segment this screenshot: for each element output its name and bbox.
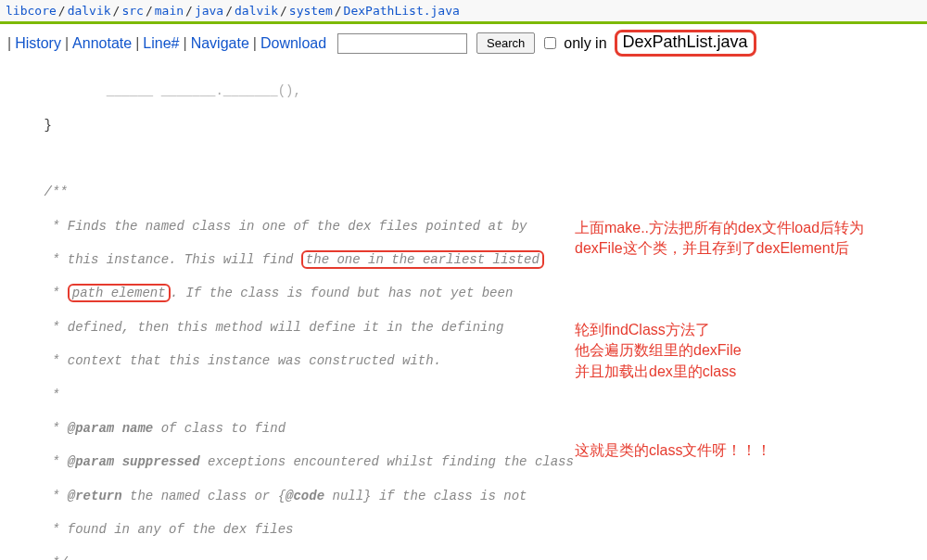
navigate-link[interactable]: Navigate — [191, 35, 249, 52]
only-in-label: only in — [564, 35, 606, 52]
annotation-2: 轮到findClass方法了 他会遍历数组里的dexFile 并且加载出dex里… — [575, 320, 908, 382]
search-button[interactable]: Search — [476, 32, 535, 54]
breadcrumb: libcore/dalvik/src/main/java/dalvik/syst… — [0, 0, 927, 21]
annotate-link[interactable]: Annotate — [72, 35, 132, 52]
breadcrumb-item[interactable]: libcore — [6, 4, 57, 18]
breadcrumb-item[interactable]: dalvik — [68, 4, 111, 18]
breadcrumb-item[interactable]: main — [155, 4, 184, 18]
annotation-1: 上面make..方法把所有的dex文件load后转为dexFile这个类，并且存… — [575, 218, 908, 260]
linenum-link[interactable]: Line# — [143, 35, 179, 52]
breadcrumb-item[interactable]: system — [289, 4, 333, 18]
highlight-earliest: the one in the earliest listed — [301, 250, 544, 269]
breadcrumb-item[interactable]: dalvik — [235, 4, 278, 18]
breadcrumb-item[interactable]: DexPathList.java — [344, 4, 460, 18]
highlight-pathelement: path element — [68, 284, 171, 302]
breadcrumb-item[interactable]: java — [195, 4, 223, 18]
only-in-checkbox[interactable] — [544, 37, 556, 49]
history-link[interactable]: History — [15, 35, 61, 52]
download-link[interactable]: Download — [260, 35, 326, 52]
breadcrumb-item[interactable]: src — [121, 4, 143, 18]
source-code: ______ _______._______(), } /** * Finds … — [0, 62, 927, 560]
search-input[interactable] — [337, 33, 467, 54]
annotation-3: 这就是类的class文件呀！！！ — [575, 440, 908, 461]
filename-highlight: DexPathList.java — [615, 30, 756, 57]
toolbar: | History | Annotate | Line# | Navigate … — [0, 24, 927, 62]
